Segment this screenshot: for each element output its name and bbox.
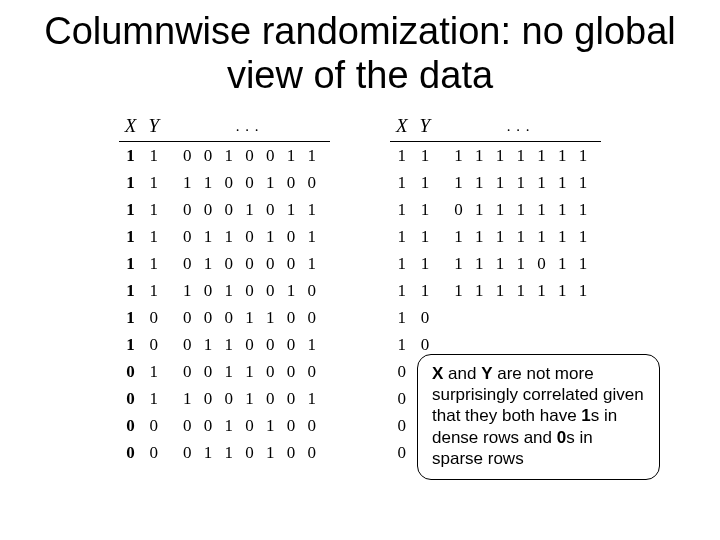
cell-bits: 0 0 1 0 0 1 1 [165, 142, 330, 170]
col-x-header: X [390, 115, 414, 142]
table-row: 000 1 1 0 1 0 0 [119, 439, 330, 466]
table-row: 111 1 1 1 1 1 1 [390, 277, 601, 304]
cell-x: 0 [390, 412, 414, 439]
cell-x: 1 [390, 223, 414, 250]
cell-y: 1 [142, 358, 165, 385]
slide-title: Columnwise randomization: no global view… [0, 0, 720, 97]
cell-x: 1 [390, 250, 414, 277]
cell-y: 1 [142, 169, 165, 196]
cell-bits: 1 1 1 1 1 1 1 [436, 223, 601, 250]
cell-y: 1 [414, 223, 437, 250]
table-row: 110 1 0 0 0 0 1 [119, 250, 330, 277]
col-y-header: Y [414, 115, 437, 142]
cell-x: 1 [119, 196, 143, 223]
cell-x: 1 [119, 223, 143, 250]
cell-x: 1 [119, 142, 143, 170]
col-x-header: X [119, 115, 143, 142]
cell-x: 1 [390, 142, 414, 170]
cell-y: 0 [142, 304, 165, 331]
cell-x: 0 [119, 385, 143, 412]
cell-x: 0 [119, 358, 143, 385]
cell-x: 1 [119, 250, 143, 277]
cell-bits: 0 1 1 0 1 0 0 [165, 439, 330, 466]
cell-bits: 1 0 0 1 0 0 1 [165, 385, 330, 412]
slide: Columnwise randomization: no global view… [0, 0, 720, 540]
cell-bits: 0 1 1 1 1 1 1 [436, 196, 601, 223]
cell-bits: 0 0 1 0 1 0 0 [165, 412, 330, 439]
cell-x: 0 [119, 412, 143, 439]
cell-y: 1 [414, 142, 437, 170]
cell-bits: 1 1 1 1 1 1 1 [436, 142, 601, 170]
cell-x: 0 [390, 439, 414, 466]
cell-x: 0 [119, 439, 143, 466]
cell-x: 1 [119, 169, 143, 196]
cell-bits: 1 1 1 1 0 1 1 [436, 250, 601, 277]
cell-y: 0 [142, 439, 165, 466]
cell-x: 0 [390, 385, 414, 412]
cell-bits: 1 1 1 1 1 1 1 [436, 277, 601, 304]
cell-x: 1 [390, 304, 414, 331]
callout-x: X [432, 364, 443, 383]
cell-y: 1 [414, 277, 437, 304]
cell-y: 1 [142, 196, 165, 223]
cell-bits: 1 1 1 1 1 1 1 [436, 169, 601, 196]
table-row: 10 [390, 304, 601, 331]
callout-box: X and Y are not more surprisingly correl… [417, 354, 660, 480]
right-header-row: X Y . . . [390, 115, 601, 142]
table-row: 110 0 1 0 0 1 1 [119, 142, 330, 170]
cell-x: 1 [390, 277, 414, 304]
cell-y: 1 [414, 169, 437, 196]
table-row: 110 0 0 1 0 1 1 [119, 196, 330, 223]
table-row: 011 0 0 1 0 0 1 [119, 385, 330, 412]
cell-x: 1 [119, 331, 143, 358]
cell-x: 1 [390, 196, 414, 223]
left-header-row: X Y . . . [119, 115, 330, 142]
table-row: 111 1 0 0 1 0 0 [119, 169, 330, 196]
left-tbody: 110 0 1 0 0 1 1 111 1 0 0 1 0 0 110 0 0 … [119, 142, 330, 467]
cell-x: 0 [390, 358, 414, 385]
table-row: 111 1 1 1 0 1 1 [390, 250, 601, 277]
cell-y: 1 [142, 250, 165, 277]
cell-x: 1 [390, 169, 414, 196]
cell-y: 0 [142, 412, 165, 439]
col-dots-header: . . . [436, 115, 601, 142]
col-dots-header: . . . [165, 115, 330, 142]
col-y-header: Y [142, 115, 165, 142]
cell-y: 0 [142, 331, 165, 358]
callout-1: 1 [581, 406, 590, 425]
table-row: 100 0 0 1 1 0 0 [119, 304, 330, 331]
cell-bits: 0 1 1 0 0 0 1 [165, 331, 330, 358]
table-row: 111 0 1 0 0 1 0 [119, 277, 330, 304]
cell-y: 1 [414, 196, 437, 223]
cell-bits: 0 1 0 0 0 0 1 [165, 250, 330, 277]
cell-bits: 1 0 1 0 0 1 0 [165, 277, 330, 304]
cell-y: 1 [142, 385, 165, 412]
cell-y: 0 [414, 304, 437, 331]
table-row: 111 1 1 1 1 1 1 [390, 142, 601, 170]
table-row: 111 1 1 1 1 1 1 [390, 169, 601, 196]
cell-y: 1 [142, 223, 165, 250]
callout-text: and [443, 364, 481, 383]
cell-y: 1 [142, 142, 165, 170]
table-row: 110 1 1 0 1 0 1 [119, 223, 330, 250]
cell-bits: 0 1 1 0 1 0 1 [165, 223, 330, 250]
cell-x: 1 [119, 277, 143, 304]
cell-x: 1 [119, 304, 143, 331]
cell-y: 1 [142, 277, 165, 304]
callout-0: 0 [557, 428, 566, 447]
table-row: 110 1 1 1 1 1 1 [390, 196, 601, 223]
cell-bits: 1 1 0 0 1 0 0 [165, 169, 330, 196]
table-row: 100 1 1 0 0 0 1 [119, 331, 330, 358]
left-table: X Y . . . 110 0 1 0 0 1 1 111 1 0 0 1 0 … [119, 115, 330, 466]
callout-y: Y [481, 364, 492, 383]
table-row: 000 0 1 0 1 0 0 [119, 412, 330, 439]
cell-x: 1 [390, 331, 414, 358]
cell-y: 1 [414, 250, 437, 277]
table-row: 111 1 1 1 1 1 1 [390, 223, 601, 250]
cell-bits: 0 0 1 1 0 0 0 [165, 358, 330, 385]
cell-bits: 0 0 0 1 1 0 0 [165, 304, 330, 331]
cell-bits [436, 304, 601, 331]
table-row: 010 0 1 1 0 0 0 [119, 358, 330, 385]
cell-bits: 0 0 0 1 0 1 1 [165, 196, 330, 223]
